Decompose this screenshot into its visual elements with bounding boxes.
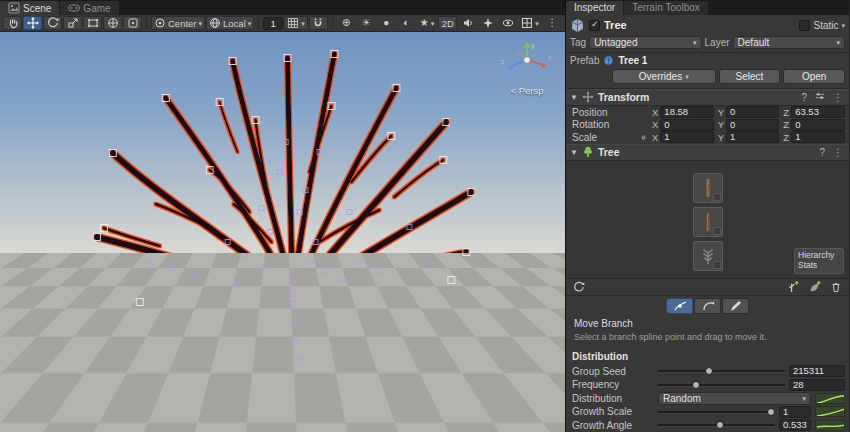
particles-toggle-button[interactable] [478,16,497,30]
shadows-toggle-button[interactable]: ◐ [397,16,416,30]
position-y-field[interactable]: 0 [726,106,779,118]
growth-angle-slider[interactable] [658,419,775,431]
tree-hierarchy-toolbar [566,279,849,296]
tab-scene[interactable]: Scene [0,1,59,15]
active-checkbox[interactable] [589,20,600,31]
chevron-down-icon: ▾ [431,20,435,27]
prefab-open-button[interactable]: Open [783,69,845,84]
distribution-curve-field[interactable] [815,393,845,404]
rotation-y-field[interactable]: 0 [726,119,779,131]
rotate-tool-button[interactable] [43,16,62,30]
gameobject-name-field[interactable]: Tree [604,19,795,31]
scale-x-field[interactable]: 1 [660,131,713,143]
frequency-slider[interactable] [658,379,785,391]
layer-dropdown[interactable]: Default▾ [733,36,845,49]
move-branch-tool-button[interactable] [666,298,693,314]
visibility-toggle-button[interactable] [498,16,517,30]
refresh-button[interactable] [569,279,589,294]
lighting-toggle-button[interactable]: ☀ [357,16,376,30]
transform-component-header[interactable]: ▼ Transform ? ⋮ [566,89,849,106]
growth-scale-slider[interactable] [658,406,775,418]
effects-dropdown-button[interactable]: ★▾ [417,16,437,30]
rotate-branch-tool-button[interactable] [694,298,721,314]
position-x-field[interactable]: 18.58 [660,106,713,118]
unity-editor-window: Scene Game Center▾ Local▾ [0,0,850,432]
pivot-mode-button[interactable]: Center▾ [151,16,205,30]
slider-handle[interactable] [692,381,700,389]
game-tab-icon [68,2,80,14]
tag-dropdown[interactable]: Untagged▾ [589,36,701,49]
growth-angle-field[interactable]: 0.533 [779,419,811,431]
toolbar-separator [332,17,333,29]
snap-toggle-button[interactable] [309,16,328,30]
static-checkbox[interactable] [799,20,810,31]
gameobject-cube-icon [570,18,585,33]
tab-terrain-toolbox[interactable]: Terrain Toolbox [624,1,708,15]
shading-mode-button[interactable]: ● [377,16,396,30]
slider-handle[interactable] [767,408,775,416]
slider-handle[interactable] [716,421,724,429]
tree-hierarchy-view[interactable]: Hierarchy Stats [566,161,849,279]
scene-viewport[interactable]: y x z < Persp [0,32,565,432]
projection-label[interactable]: < Persp [497,85,557,96]
distribution-dropdown[interactable]: Random▾ [658,392,811,405]
position-z-field[interactable]: 63.53 [791,106,845,118]
prefab-block: Prefab Tree 1 Overrides▾ Select Open [566,53,849,89]
foldout-arrow-icon[interactable]: ▼ [570,148,578,157]
rect-tool-button[interactable] [83,16,102,30]
axis-gizmo-icon[interactable]: y x z [498,40,556,82]
leaf-node[interactable] [693,241,723,271]
tab-inspector[interactable]: Inspector [566,1,623,15]
transform-tool-button[interactable] [103,16,122,30]
kebab-menu-icon[interactable]: ⋮ [831,147,845,158]
rotation-z-field[interactable]: 0 [791,119,845,131]
rotation-x-field[interactable]: 0 [660,119,713,131]
custom-tool-button[interactable] [123,16,142,30]
view-tool-button[interactable] [3,16,22,30]
magnet-icon [312,17,324,29]
scale-z-field[interactable]: 1 [791,131,845,143]
prefab-select-button[interactable]: Select [719,69,781,84]
move-tool-button[interactable] [23,16,42,30]
tree-component-header[interactable]: ▼ Tree ? ⋮ [566,144,849,161]
group-seed-field[interactable]: 215311 [789,365,845,377]
static-dropdown[interactable]: Static ▾ [799,20,845,31]
scale-y-field[interactable]: 1 [726,131,779,143]
group-seed-slider[interactable] [658,365,785,377]
prefab-name[interactable]: Tree 1 [618,55,647,66]
mode-2d-button[interactable]: 2D [438,16,457,30]
chevron-down-icon: ▾ [685,73,689,80]
growth-angle-curve-field[interactable] [815,420,845,431]
scale-tool-button[interactable] [63,16,82,30]
eye-icon [502,17,514,29]
pivot-rotation-button[interactable]: Local▾ [206,16,254,30]
add-leaf-group-button[interactable] [804,279,824,294]
tree-component-icon [582,146,594,158]
growth-scale-curve-field[interactable] [815,406,845,417]
pivot-mode-label: Center [168,18,197,29]
grid-visibility-button[interactable]: ▾ [284,16,308,30]
branch-node-root[interactable] [693,173,723,203]
prefab-overrides-button[interactable]: Overrides▾ [612,69,716,84]
tab-game[interactable]: Game [60,1,118,15]
foldout-arrow-icon[interactable]: ▼ [570,93,578,102]
delete-node-button[interactable] [826,279,846,294]
draw-branch-tool-button[interactable] [722,298,749,314]
slider-handle[interactable] [705,367,713,375]
frequency-field[interactable]: 28 [789,379,845,391]
branch-edit-tools [566,296,849,315]
add-branch-group-button[interactable] [782,279,802,294]
gizmos-dropdown-button[interactable]: ▾ [518,16,542,30]
kebab-menu-icon[interactable]: ⋮ [831,92,845,103]
orientation-gizmo[interactable]: y x z < Persp [497,40,557,96]
help-icon[interactable]: ? [817,147,827,158]
growth-scale-field[interactable]: 1 [779,406,811,418]
snap-increment-field[interactable]: 1 [263,17,283,30]
gizmo-crosshair-button[interactable]: ⊕ [337,16,356,30]
scale-link-icon[interactable] [639,133,648,142]
help-icon[interactable]: ? [799,92,809,103]
audio-toggle-button[interactable] [458,16,477,30]
branch-node-child[interactable] [693,207,723,237]
preset-icon[interactable] [813,91,827,103]
scene-menu-button[interactable]: ⋮ [543,16,562,30]
